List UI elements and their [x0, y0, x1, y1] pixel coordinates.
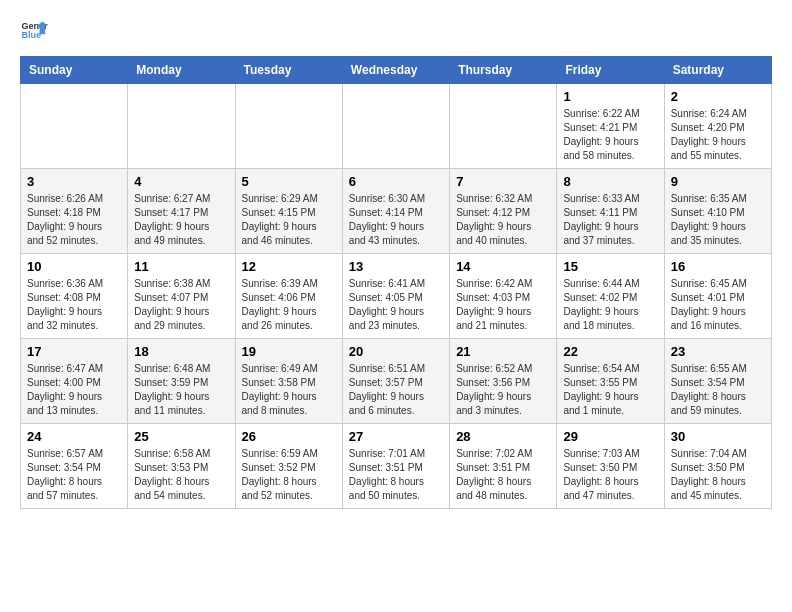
day-number: 28	[456, 429, 550, 444]
day-cell: 16Sunrise: 6:45 AM Sunset: 4:01 PM Dayli…	[664, 254, 771, 339]
day-cell: 14Sunrise: 6:42 AM Sunset: 4:03 PM Dayli…	[450, 254, 557, 339]
day-number: 2	[671, 89, 765, 104]
day-cell: 21Sunrise: 6:52 AM Sunset: 3:56 PM Dayli…	[450, 339, 557, 424]
logo-icon: General Blue	[20, 16, 48, 44]
day-number: 1	[563, 89, 657, 104]
day-number: 5	[242, 174, 336, 189]
day-info: Sunrise: 6:51 AM Sunset: 3:57 PM Dayligh…	[349, 362, 443, 418]
day-info: Sunrise: 7:04 AM Sunset: 3:50 PM Dayligh…	[671, 447, 765, 503]
day-number: 8	[563, 174, 657, 189]
day-number: 22	[563, 344, 657, 359]
day-info: Sunrise: 6:52 AM Sunset: 3:56 PM Dayligh…	[456, 362, 550, 418]
day-cell: 17Sunrise: 6:47 AM Sunset: 4:00 PM Dayli…	[21, 339, 128, 424]
day-cell	[21, 84, 128, 169]
day-number: 27	[349, 429, 443, 444]
day-info: Sunrise: 6:47 AM Sunset: 4:00 PM Dayligh…	[27, 362, 121, 418]
day-info: Sunrise: 6:32 AM Sunset: 4:12 PM Dayligh…	[456, 192, 550, 248]
day-cell	[342, 84, 449, 169]
day-info: Sunrise: 6:48 AM Sunset: 3:59 PM Dayligh…	[134, 362, 228, 418]
day-cell	[235, 84, 342, 169]
day-cell: 4Sunrise: 6:27 AM Sunset: 4:17 PM Daylig…	[128, 169, 235, 254]
day-info: Sunrise: 7:02 AM Sunset: 3:51 PM Dayligh…	[456, 447, 550, 503]
day-cell: 24Sunrise: 6:57 AM Sunset: 3:54 PM Dayli…	[21, 424, 128, 509]
col-header-saturday: Saturday	[664, 57, 771, 84]
day-info: Sunrise: 7:01 AM Sunset: 3:51 PM Dayligh…	[349, 447, 443, 503]
day-info: Sunrise: 6:45 AM Sunset: 4:01 PM Dayligh…	[671, 277, 765, 333]
day-cell: 11Sunrise: 6:38 AM Sunset: 4:07 PM Dayli…	[128, 254, 235, 339]
day-info: Sunrise: 6:54 AM Sunset: 3:55 PM Dayligh…	[563, 362, 657, 418]
day-info: Sunrise: 6:55 AM Sunset: 3:54 PM Dayligh…	[671, 362, 765, 418]
day-cell: 23Sunrise: 6:55 AM Sunset: 3:54 PM Dayli…	[664, 339, 771, 424]
day-cell: 3Sunrise: 6:26 AM Sunset: 4:18 PM Daylig…	[21, 169, 128, 254]
day-number: 19	[242, 344, 336, 359]
day-cell: 28Sunrise: 7:02 AM Sunset: 3:51 PM Dayli…	[450, 424, 557, 509]
day-info: Sunrise: 6:29 AM Sunset: 4:15 PM Dayligh…	[242, 192, 336, 248]
day-info: Sunrise: 6:41 AM Sunset: 4:05 PM Dayligh…	[349, 277, 443, 333]
day-cell: 19Sunrise: 6:49 AM Sunset: 3:58 PM Dayli…	[235, 339, 342, 424]
day-number: 25	[134, 429, 228, 444]
day-cell: 30Sunrise: 7:04 AM Sunset: 3:50 PM Dayli…	[664, 424, 771, 509]
svg-text:Blue: Blue	[21, 30, 41, 40]
day-cell	[128, 84, 235, 169]
day-number: 12	[242, 259, 336, 274]
day-cell: 10Sunrise: 6:36 AM Sunset: 4:08 PM Dayli…	[21, 254, 128, 339]
day-info: Sunrise: 6:24 AM Sunset: 4:20 PM Dayligh…	[671, 107, 765, 163]
day-number: 10	[27, 259, 121, 274]
day-info: Sunrise: 6:39 AM Sunset: 4:06 PM Dayligh…	[242, 277, 336, 333]
day-number: 9	[671, 174, 765, 189]
day-number: 21	[456, 344, 550, 359]
day-number: 13	[349, 259, 443, 274]
col-header-friday: Friday	[557, 57, 664, 84]
day-cell: 15Sunrise: 6:44 AM Sunset: 4:02 PM Dayli…	[557, 254, 664, 339]
day-number: 29	[563, 429, 657, 444]
day-info: Sunrise: 6:35 AM Sunset: 4:10 PM Dayligh…	[671, 192, 765, 248]
week-row-1: 1Sunrise: 6:22 AM Sunset: 4:21 PM Daylig…	[21, 84, 772, 169]
day-cell: 20Sunrise: 6:51 AM Sunset: 3:57 PM Dayli…	[342, 339, 449, 424]
week-row-3: 10Sunrise: 6:36 AM Sunset: 4:08 PM Dayli…	[21, 254, 772, 339]
day-info: Sunrise: 6:59 AM Sunset: 3:52 PM Dayligh…	[242, 447, 336, 503]
day-cell: 1Sunrise: 6:22 AM Sunset: 4:21 PM Daylig…	[557, 84, 664, 169]
day-info: Sunrise: 6:49 AM Sunset: 3:58 PM Dayligh…	[242, 362, 336, 418]
day-number: 4	[134, 174, 228, 189]
day-cell: 12Sunrise: 6:39 AM Sunset: 4:06 PM Dayli…	[235, 254, 342, 339]
day-info: Sunrise: 6:30 AM Sunset: 4:14 PM Dayligh…	[349, 192, 443, 248]
day-number: 18	[134, 344, 228, 359]
col-header-thursday: Thursday	[450, 57, 557, 84]
day-cell: 5Sunrise: 6:29 AM Sunset: 4:15 PM Daylig…	[235, 169, 342, 254]
day-info: Sunrise: 6:44 AM Sunset: 4:02 PM Dayligh…	[563, 277, 657, 333]
col-header-monday: Monday	[128, 57, 235, 84]
day-number: 30	[671, 429, 765, 444]
day-info: Sunrise: 6:58 AM Sunset: 3:53 PM Dayligh…	[134, 447, 228, 503]
day-cell: 13Sunrise: 6:41 AM Sunset: 4:05 PM Dayli…	[342, 254, 449, 339]
day-cell: 22Sunrise: 6:54 AM Sunset: 3:55 PM Dayli…	[557, 339, 664, 424]
day-info: Sunrise: 6:57 AM Sunset: 3:54 PM Dayligh…	[27, 447, 121, 503]
header: General Blue	[20, 16, 772, 44]
day-number: 20	[349, 344, 443, 359]
day-number: 23	[671, 344, 765, 359]
day-cell: 18Sunrise: 6:48 AM Sunset: 3:59 PM Dayli…	[128, 339, 235, 424]
day-cell: 27Sunrise: 7:01 AM Sunset: 3:51 PM Dayli…	[342, 424, 449, 509]
day-cell: 26Sunrise: 6:59 AM Sunset: 3:52 PM Dayli…	[235, 424, 342, 509]
col-header-sunday: Sunday	[21, 57, 128, 84]
day-info: Sunrise: 7:03 AM Sunset: 3:50 PM Dayligh…	[563, 447, 657, 503]
day-number: 16	[671, 259, 765, 274]
day-number: 17	[27, 344, 121, 359]
day-info: Sunrise: 6:33 AM Sunset: 4:11 PM Dayligh…	[563, 192, 657, 248]
col-header-wednesday: Wednesday	[342, 57, 449, 84]
day-cell: 2Sunrise: 6:24 AM Sunset: 4:20 PM Daylig…	[664, 84, 771, 169]
day-cell: 8Sunrise: 6:33 AM Sunset: 4:11 PM Daylig…	[557, 169, 664, 254]
day-cell: 29Sunrise: 7:03 AM Sunset: 3:50 PM Dayli…	[557, 424, 664, 509]
day-number: 11	[134, 259, 228, 274]
calendar-table: SundayMondayTuesdayWednesdayThursdayFrid…	[20, 56, 772, 509]
page: General Blue SundayMondayTuesdayWednesda…	[0, 0, 792, 525]
day-cell: 9Sunrise: 6:35 AM Sunset: 4:10 PM Daylig…	[664, 169, 771, 254]
day-info: Sunrise: 6:36 AM Sunset: 4:08 PM Dayligh…	[27, 277, 121, 333]
day-number: 14	[456, 259, 550, 274]
day-info: Sunrise: 6:38 AM Sunset: 4:07 PM Dayligh…	[134, 277, 228, 333]
header-row: SundayMondayTuesdayWednesdayThursdayFrid…	[21, 57, 772, 84]
day-number: 7	[456, 174, 550, 189]
day-cell: 7Sunrise: 6:32 AM Sunset: 4:12 PM Daylig…	[450, 169, 557, 254]
day-cell: 25Sunrise: 6:58 AM Sunset: 3:53 PM Dayli…	[128, 424, 235, 509]
col-header-tuesday: Tuesday	[235, 57, 342, 84]
week-row-4: 17Sunrise: 6:47 AM Sunset: 4:00 PM Dayli…	[21, 339, 772, 424]
